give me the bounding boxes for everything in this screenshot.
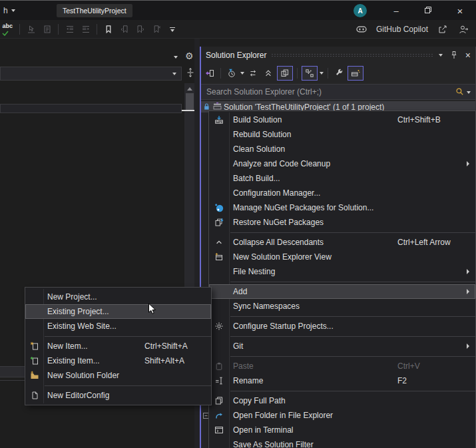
menu-item-shortcut: Ctrl+Shift+A [144,341,211,351]
minimize-button[interactable]: – [383,1,409,21]
menu-item-configure-startup-projects[interactable]: Configure Startup Projects... [209,319,475,334]
menu-item-existing-item[interactable]: Existing Item...Shift+Alt+A [25,353,211,368]
clipped-toolbar-dropdown[interactable]: h [3,1,15,21]
wrench-icon[interactable] [332,66,346,81]
menu-item-label: Build Solution [229,115,397,124]
menu-item-sync-namespaces[interactable]: Sync Namespaces [209,299,475,314]
pointer-icon[interactable] [24,21,38,37]
scrollbar-up-arrow-icon[interactable] [187,87,192,91]
menu-item-copy-full-path[interactable]: Copy Full Path [209,393,475,408]
menu-item-existing-web-site[interactable]: Existing Web Site... [25,319,211,334]
menu-item-existing-project[interactable]: Existing Project... [25,304,211,319]
menu-item-open-folder-in-file-explorer[interactable]: Open Folder in File Explorer [209,408,475,423]
collapse-all-icon[interactable] [262,66,275,81]
history-icon[interactable] [225,66,238,81]
overflow-icon[interactable] [165,21,179,37]
menu-item-collapse-all-descendants[interactable]: Collapse All DescendantsCtrl+Left Arrow [209,235,475,250]
close-button[interactable]: × [447,1,473,21]
menu-separator [209,230,475,235]
menu-item-analyze-and-code-cleanup[interactable]: Analyze and Code Cleanup [209,156,475,171]
menu-item-build-solution[interactable]: Build SolutionCtrl+Shift+B [209,112,475,127]
solution-name-box[interactable]: TestTheUtilityProject [57,4,132,17]
menu-item-new-item[interactable]: New Item...Ctrl+Shift+A [25,339,211,353]
new-item-icon [25,341,43,351]
panel-close-icon[interactable]: × [465,50,471,61]
menu-item-label: Clean Solution [229,144,397,154]
menu-item-save-as-solution-filter[interactable]: Save As Solution Filter [209,437,475,448]
editor-gear-icon[interactable]: ⚙ [185,51,194,61]
menu-item-configuration-manager[interactable]: Configuration Manager... [209,186,475,200]
editor-split-handle-icon[interactable] [186,67,195,81]
add-submenu: New Project...Existing Project...Existin… [25,287,212,405]
menu-item-label: Rebuild Solution [229,130,397,139]
menu-item-shortcut: Shift+Alt+A [144,356,211,365]
document-icon[interactable] [40,21,54,37]
menu-item-label: Rename [229,376,397,385]
solution-explorer-header[interactable]: Solution Explorer × [201,47,475,64]
solution-explorer-search-input[interactable]: Search Solution Explorer (Ctrl+;) [201,84,475,100]
menu-item-clean-solution[interactable]: Clean Solution [209,142,475,156]
editor-dropdown-icon[interactable] [174,56,178,59]
menu-item-new-solution-folder[interactable]: New Solution Folder [25,368,211,383]
dropdown-arrow-icon[interactable] [240,72,244,75]
new-folder-icon [25,371,43,380]
indent-icon[interactable] [79,21,93,37]
share-icon[interactable] [435,21,449,37]
search-icon[interactable] [455,87,464,99]
bookmark-prev-icon[interactable] [117,21,131,37]
menu-item-new-editorconfig[interactable]: New EditorConfig [25,388,211,403]
bookmark-icon[interactable] [101,21,115,37]
github-copilot-label[interactable]: GitHub Copilot [376,25,428,34]
spellcheck-icon[interactable]: abc [1,21,15,37]
menu-item-label: Batch Build... [229,174,397,183]
menu-item-label: New Solution Explorer View [229,252,397,262]
search-placeholder: Search Solution Explorer (Ctrl+;) [206,85,322,100]
preview-toggle-button[interactable] [348,66,363,81]
menu-item-manage-nuget-packages-for-solution[interactable]: Manage NuGet Packages for Solution... [209,200,475,215]
bookmark-next-icon[interactable] [133,21,147,37]
swap-icon[interactable] [246,66,260,81]
github-copilot-icon[interactable] [355,21,369,37]
menu-item-label: File Nesting [229,267,397,276]
toolbar-separator [19,24,20,35]
account-avatar[interactable]: A [354,4,367,17]
toolbar-separator [220,68,221,79]
nuget-icon [209,203,229,212]
sync-doc-icon[interactable] [203,66,216,81]
restore-button[interactable] [415,1,441,21]
dropdown-arrow-icon[interactable] [320,72,324,75]
bookmark-clear-icon[interactable] [149,21,163,37]
navbar-dropdown-icon[interactable] [172,73,176,75]
outdent-icon[interactable] [63,21,77,37]
search-options-dropdown-icon[interactable] [467,91,471,94]
nodes-toggle-button[interactable] [302,66,318,81]
pin-icon[interactable] [447,48,461,63]
vs-window: h TestTheUtilityProject A – × abc GitHub… [0,0,476,448]
menu-item-file-nesting[interactable]: File Nesting [209,264,475,279]
editor-navigation-bar[interactable] [0,67,182,81]
window-position-dropdown-icon[interactable] [439,54,443,57]
close-icon: × [457,5,463,17]
rename-icon [209,376,229,385]
menu-item-rebuild-solution[interactable]: Rebuild Solution [209,127,475,142]
menu-item-new-solution-explorer-view[interactable]: New Solution Explorer View [209,250,475,264]
menu-item-rename[interactable]: RenameF2 [209,373,475,388]
show-all-files-toggle-button[interactable] [277,66,293,81]
menu-item-add[interactable]: Add [209,284,475,299]
menu-item-label: Sync Namespaces [229,302,397,311]
menu-item-new-project[interactable]: New Project... [25,290,211,304]
submenu-arrow-icon [467,161,469,166]
chevron-down-icon [11,9,15,12]
paste-icon [209,361,229,371]
collapse-icon [209,238,229,247]
main-toolbar: abc GitHub Copilot [0,20,476,39]
menu-item-label: Configure Startup Projects... [229,322,397,331]
menu-item-git[interactable]: Git [209,339,475,353]
menu-item-restore-nuget-packages[interactable]: Restore NuGet Packages [209,215,475,230]
menu-item-open-in-terminal[interactable]: Open in Terminal [209,423,475,437]
menu-item-shortcut: Ctrl+V [397,361,475,371]
scrollbar-thumb[interactable] [186,93,194,111]
menu-item-label: New EditorConfig [43,391,144,400]
send-feedback-icon[interactable] [457,21,471,37]
menu-item-batch-build[interactable]: Batch Build... [209,171,475,186]
